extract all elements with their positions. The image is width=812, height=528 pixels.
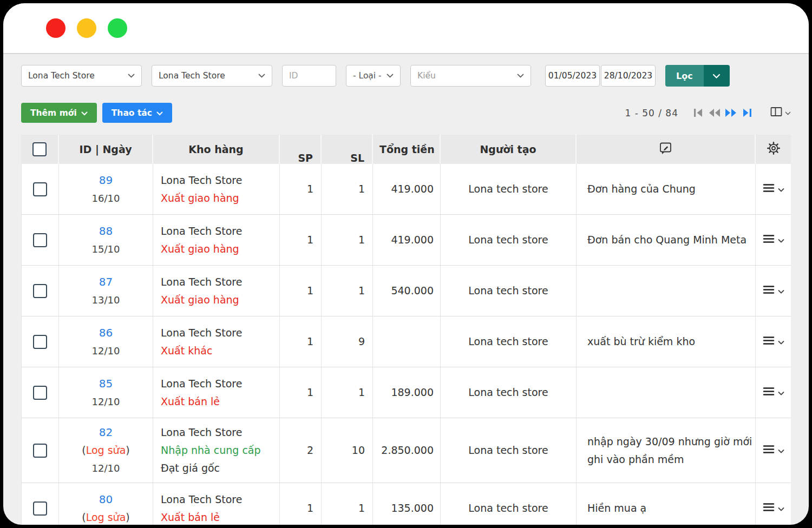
date-to-value: 28/10/2023 [604, 71, 652, 81]
row-checkbox-cell [21, 316, 59, 367]
row-note-cell: Hiền mua ạ [577, 483, 756, 525]
row-checkbox[interactable] [33, 182, 47, 196]
column-settings-header[interactable] [756, 135, 791, 164]
row-id-date-cell: 82 (Log sửa) 12/10 [59, 418, 153, 483]
chevron-down-icon [778, 231, 784, 249]
kieu-select[interactable]: Kiểu [410, 65, 531, 87]
order-id-link[interactable]: 80 [99, 491, 113, 509]
row-actions-cell [756, 483, 791, 525]
row-menu-icon[interactable] [763, 384, 775, 401]
warehouse-name: Lona Tech Store [161, 273, 279, 291]
row-creator-cell: Lona tech store [441, 215, 577, 265]
row-sp-cell: 1 [280, 367, 322, 418]
transaction-type: Xuất giao hàng [161, 240, 279, 258]
order-id-link[interactable]: 82 [99, 424, 113, 441]
row-note-cell: Đơn hàng của Chung [577, 164, 756, 214]
column-layout-toggle[interactable] [770, 107, 791, 119]
next-page-icon[interactable] [723, 106, 739, 120]
log-edit-label[interactable]: (Log sửa) [82, 509, 129, 525]
row-creator-cell: Lona tech store [441, 316, 577, 367]
order-id-link[interactable]: 85 [99, 375, 113, 393]
row-menu-icon[interactable] [763, 231, 775, 249]
store-select-1[interactable]: Lona Tech Store [21, 65, 142, 87]
row-warehouse-cell: Lona Tech Store Xuất khác [153, 316, 280, 367]
actions-button[interactable]: Thao tác [102, 103, 172, 123]
row-checkbox[interactable] [33, 233, 47, 247]
row-actions-cell [756, 215, 791, 265]
row-sl-cell: 10 [322, 418, 373, 483]
table-row: 85 12/10 Lona Tech Store Xuất bán lẻ 1 1… [21, 367, 791, 418]
table-row: 82 (Log sửa) 12/10 Lona Tech Store Nhập … [21, 418, 791, 483]
row-menu-icon[interactable] [763, 180, 775, 198]
row-checkbox-cell [21, 483, 59, 525]
loai-select-value: - Loại - [353, 71, 382, 81]
row-total-cell: 189.000 [373, 367, 441, 418]
order-date: 15/10 [92, 240, 120, 258]
row-sl-cell: 1 [322, 164, 373, 214]
row-creator-cell: Lona tech store [441, 164, 577, 214]
row-checkbox[interactable] [33, 501, 47, 516]
chevron-down-icon [778, 384, 784, 401]
filter-dropdown-toggle[interactable] [704, 65, 730, 87]
last-page-icon[interactable] [739, 106, 755, 120]
date-to-input[interactable]: 28/10/2023 [601, 65, 656, 87]
minimize-window-button[interactable] [77, 18, 96, 38]
warehouse-name: Lona Tech Store [161, 491, 279, 509]
filter-apply-button[interactable]: Lọc [665, 65, 730, 87]
order-id-link[interactable]: 87 [99, 273, 113, 291]
chevron-down-icon [778, 282, 784, 300]
column-header-id-date: ID | Ngày [59, 135, 153, 164]
chevron-down-icon [778, 333, 784, 351]
row-note-cell [577, 266, 756, 316]
table-row: 88 15/10 Lona Tech Store Xuất giao hàng … [21, 215, 791, 266]
row-checkbox[interactable] [33, 386, 47, 400]
row-warehouse-cell: Lona Tech Store Xuất giao hàng [153, 164, 280, 214]
row-id-date-cell: 87 13/10 [59, 266, 153, 316]
chevron-down-icon [387, 71, 394, 81]
row-checkbox-cell [21, 418, 59, 483]
select-all-checkbox[interactable] [32, 142, 47, 156]
date-from-input[interactable]: 01/05/2023 [545, 65, 600, 87]
previous-page-icon[interactable] [706, 106, 723, 120]
store-select-2[interactable]: Lona Tech Store [152, 65, 272, 87]
row-menu-icon[interactable] [763, 333, 775, 351]
order-id-link[interactable]: 89 [99, 171, 113, 189]
row-sp-cell: 1 [280, 483, 322, 525]
warehouse-name: Lona Tech Store [161, 375, 279, 393]
select-all-cell [21, 135, 59, 164]
column-header-warehouse: Kho hàng [153, 135, 280, 164]
row-menu-icon[interactable] [763, 499, 775, 517]
row-actions-cell [756, 164, 791, 214]
first-page-icon[interactable] [690, 106, 706, 120]
row-note-cell: xuất bù trừ kiểm kho [577, 316, 756, 367]
row-creator-cell: Lona tech store [441, 483, 577, 525]
row-checkbox[interactable] [33, 284, 47, 298]
row-sl-cell: 9 [322, 316, 373, 367]
row-sp-cell: 1 [280, 266, 322, 316]
column-header-creator: Người tạo [441, 135, 577, 164]
transaction-type: Xuất bán lẻ [161, 509, 279, 525]
row-menu-icon[interactable] [763, 282, 775, 300]
warehouse-name: Lona Tech Store [161, 171, 279, 189]
id-search-input[interactable] [282, 65, 336, 87]
transaction-type: Xuất giao hàng [161, 291, 279, 309]
pagination: 1 - 50 / 84 [625, 106, 791, 120]
row-sp-cell: 1 [280, 164, 322, 214]
chevron-down-icon [156, 108, 163, 118]
row-checkbox-cell [21, 266, 59, 316]
row-checkbox[interactable] [33, 335, 47, 349]
table-body: 89 16/10 Lona Tech Store Xuất giao hàng … [21, 164, 791, 525]
row-checkbox[interactable] [33, 444, 47, 458]
table-header-row: ID | Ngày Kho hàng SP SL Tổng tiền Người… [21, 135, 791, 164]
add-new-button[interactable]: Thêm mới [21, 103, 97, 123]
order-id-link[interactable]: 88 [99, 222, 113, 240]
zoom-window-button[interactable] [108, 18, 127, 38]
log-edit-label[interactable]: (Log sửa) [82, 441, 129, 459]
app-window: Lona Tech Store Lona Tech Store - Loại -… [3, 3, 809, 525]
table-row: 87 13/10 Lona Tech Store Xuất giao hàng … [21, 266, 791, 316]
close-window-button[interactable] [46, 18, 66, 38]
order-id-link[interactable]: 86 [99, 324, 113, 342]
row-menu-icon[interactable] [763, 441, 775, 459]
loai-select[interactable]: - Loại - [346, 65, 401, 87]
order-date: 12/10 [92, 342, 120, 360]
